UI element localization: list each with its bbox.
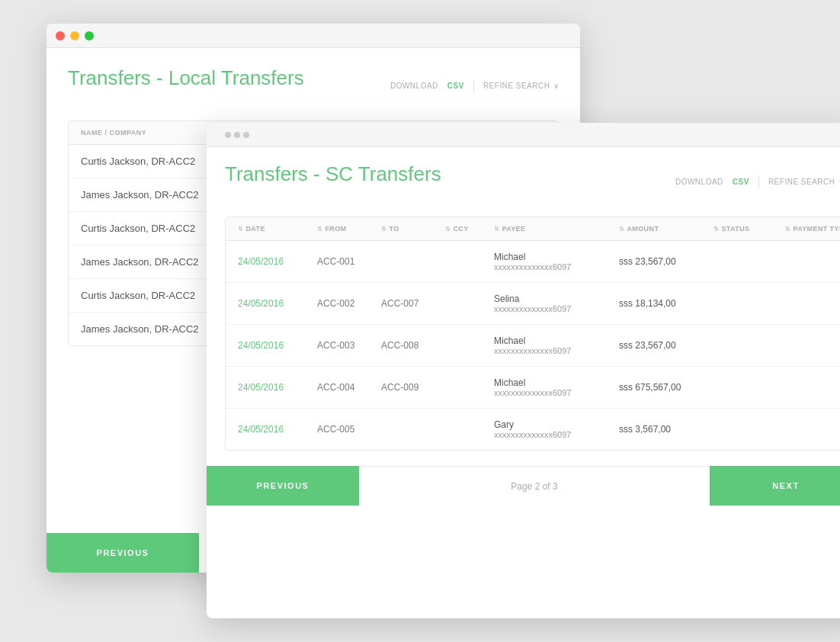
amount-cell: sss 675,567,00 bbox=[619, 382, 710, 393]
payee-cell: Michael xxxxxxxxxxxxxx6097 bbox=[494, 377, 616, 397]
payee-cell: Michael xxxxxxxxxxxxxx6097 bbox=[494, 335, 616, 355]
payee-account: xxxxxxxxxxxxxx6097 bbox=[494, 304, 616, 313]
dots-menu bbox=[216, 132, 258, 138]
window-titlebar-bg bbox=[46, 24, 580, 48]
sc-transfers-table: ⇅ DATE ⇅ FROM ⇅ TO ⇅ CCY bbox=[225, 217, 840, 451]
pagination-bar: PREVIOUS Page 2 of 3 NEXT bbox=[207, 466, 840, 506]
maximize-button[interactable] bbox=[85, 31, 94, 40]
to-cell: ACC-008 bbox=[381, 340, 442, 351]
minimize-button[interactable] bbox=[70, 31, 79, 40]
csv-link-fg[interactable]: CSV bbox=[733, 178, 749, 186]
payee-account: xxxxxxxxxxxxxx6097 bbox=[494, 430, 616, 439]
date-col-header: ⇅ DATE bbox=[238, 225, 314, 233]
to-cell: ACC-009 bbox=[381, 382, 442, 393]
next-button-fg[interactable]: NEXT bbox=[710, 466, 840, 506]
page-info: Page 2 of 3 bbox=[359, 466, 710, 506]
previous-button-bg[interactable]: PREVIOUS bbox=[46, 533, 199, 573]
from-cell: ACC-001 bbox=[317, 256, 378, 267]
table-row: 24/05/2016 ACC-001 Michael xxxxxxxxxxxxx… bbox=[226, 241, 840, 283]
payee-name: Gary bbox=[494, 419, 616, 430]
date-cell[interactable]: 24/05/2016 bbox=[238, 382, 314, 393]
payee-cell: Selina xxxxxxxxxxxxxx6097 bbox=[494, 294, 616, 313]
payee-cell: Michael xxxxxxxxxxxxxx6097 bbox=[494, 252, 616, 271]
amount-cell: sss 23,567,00 bbox=[619, 340, 710, 351]
sort-icon: ⇅ bbox=[317, 226, 322, 233]
local-transfers-actions: DOWNLOAD CSV REFINE SEARCH ∨ bbox=[390, 80, 559, 92]
row-name: Curtis Jackson, DR-ACC2 bbox=[81, 156, 218, 167]
payment-type-col-header: ⇅ PAYMENT TYPE bbox=[785, 225, 840, 233]
chevron-down-icon: ∨ bbox=[553, 82, 559, 90]
sort-icon: ⇅ bbox=[445, 226, 450, 233]
sc-transfers-window: Transfers - SC Transfers DOWNLOAD CSV RE… bbox=[207, 123, 840, 618]
close-button[interactable] bbox=[56, 31, 65, 40]
row-name: James Jackson, DR-ACC2 bbox=[81, 323, 218, 335]
local-transfers-title: Transfers - Local Transfers bbox=[68, 66, 304, 90]
sort-icon: ⇅ bbox=[713, 226, 719, 233]
date-cell[interactable]: 24/05/2016 bbox=[238, 340, 314, 351]
name-company-header: NAME / COMPANY bbox=[81, 129, 218, 136]
payee-cell: Gary xxxxxxxxxxxxxx6097 bbox=[494, 419, 616, 439]
window-titlebar-fg bbox=[207, 123, 840, 147]
date-cell[interactable]: 24/05/2016 bbox=[238, 256, 314, 267]
to-cell: ACC-007 bbox=[381, 298, 442, 309]
table-row: 24/05/2016 ACC-005 Gary xxxxxxxxxxxxxx60… bbox=[226, 409, 840, 450]
sort-icon: ⇅ bbox=[785, 226, 790, 233]
refine-search-fg[interactable]: REFINE SEARCH ∨ bbox=[768, 178, 840, 186]
payee-name: Michael bbox=[494, 377, 616, 388]
ccy-col-header: ⇅ CCY bbox=[445, 225, 491, 233]
sort-icon: ⇅ bbox=[619, 226, 624, 233]
from-col-header: ⇅ FROM bbox=[317, 225, 378, 233]
payee-col-header: ⇅ PAYEE bbox=[494, 225, 616, 233]
date-cell[interactable]: 24/05/2016 bbox=[238, 298, 314, 309]
row-name: Curtis Jackson, DR-ACC2 bbox=[81, 290, 218, 301]
payee-name: Michael bbox=[494, 335, 616, 346]
payee-account: xxxxxxxxxxxxxx6097 bbox=[494, 346, 616, 355]
divider-bg bbox=[473, 80, 474, 92]
from-cell: ACC-004 bbox=[317, 382, 378, 393]
sc-transfers-header: Transfers - SC Transfers DOWNLOAD CSV RE… bbox=[225, 162, 840, 201]
payee-name: Selina bbox=[494, 294, 616, 304]
refine-search-bg[interactable]: REFINE SEARCH ∨ bbox=[483, 82, 559, 90]
sc-transfers-title: Transfers - SC Transfers bbox=[225, 162, 441, 186]
sc-transfers-actions: DOWNLOAD CSV REFINE SEARCH ∨ bbox=[675, 176, 840, 188]
to-col-header: ⇅ TO bbox=[381, 225, 442, 233]
download-label-fg: DOWNLOAD bbox=[675, 178, 723, 186]
payee-account: xxxxxxxxxxxxxx6097 bbox=[494, 388, 616, 397]
payee-name: Michael bbox=[494, 252, 616, 262]
from-cell: ACC-002 bbox=[317, 298, 378, 309]
sort-icon: ⇅ bbox=[494, 226, 499, 233]
csv-link-bg[interactable]: CSV bbox=[447, 82, 464, 90]
date-cell[interactable]: 24/05/2016 bbox=[238, 424, 314, 435]
table-row: 24/05/2016 ACC-003 ACC-008 Michael xxxxx… bbox=[226, 325, 840, 367]
table-row: 24/05/2016 ACC-004 ACC-009 Michael xxxxx… bbox=[226, 367, 840, 409]
local-transfers-header: Transfers - Local Transfers DOWNLOAD CSV… bbox=[68, 66, 559, 105]
payee-account: xxxxxxxxxxxxxx6097 bbox=[494, 262, 616, 271]
row-name: James Jackson, DR-ACC2 bbox=[81, 189, 218, 201]
row-name: Curtis Jackson, DR-ACC2 bbox=[81, 223, 218, 234]
from-cell: ACC-003 bbox=[317, 340, 378, 351]
amount-cell: sss 23,567,00 bbox=[619, 256, 710, 267]
amount-col-header: ⇅ AMOUNT bbox=[619, 225, 710, 233]
from-cell: ACC-005 bbox=[317, 424, 378, 435]
dot-3 bbox=[243, 132, 249, 138]
download-label-bg: DOWNLOAD bbox=[390, 82, 438, 90]
amount-cell: sss 3,567,00 bbox=[619, 424, 710, 435]
amount-cell: sss 18,134,00 bbox=[619, 298, 710, 309]
dot-1 bbox=[225, 132, 231, 138]
sc-table-header: ⇅ DATE ⇅ FROM ⇅ TO ⇅ CCY bbox=[226, 217, 840, 241]
row-name: James Jackson, DR-ACC2 bbox=[81, 256, 218, 268]
divider-fg bbox=[758, 176, 759, 188]
dot-2 bbox=[234, 132, 240, 138]
table-row: 24/05/2016 ACC-002 ACC-007 Selina xxxxxx… bbox=[226, 283, 840, 325]
sort-icon: ⇅ bbox=[381, 226, 386, 233]
previous-button-fg[interactable]: PREVIOUS bbox=[207, 466, 359, 506]
sort-icon: ⇅ bbox=[238, 226, 243, 233]
status-col-header: ⇅ STATUS bbox=[713, 225, 782, 233]
